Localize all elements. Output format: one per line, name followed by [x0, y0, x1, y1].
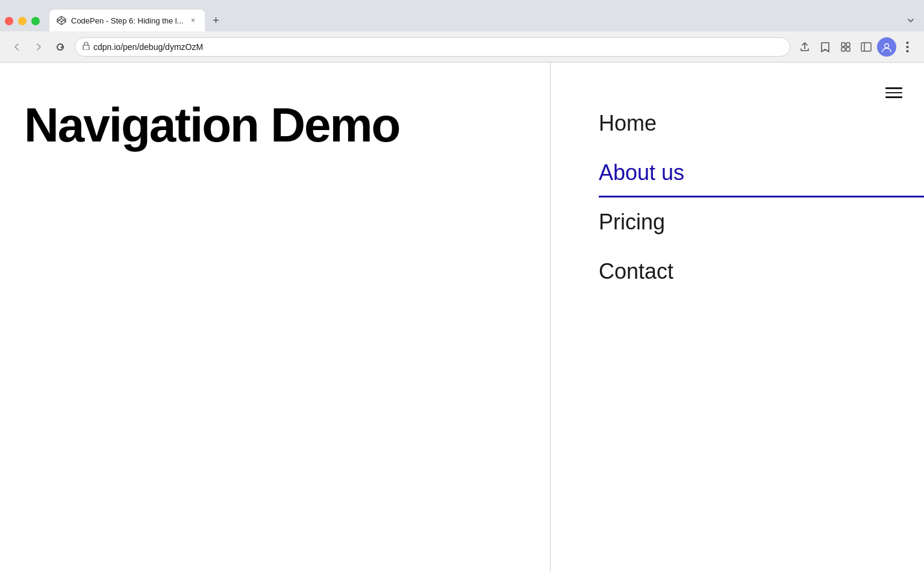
page-title: Navigation Demo	[24, 99, 399, 152]
tab-bar-right	[224, 12, 924, 31]
profile-button[interactable]	[877, 37, 896, 57]
svg-point-16	[906, 42, 908, 44]
svg-point-18	[906, 50, 908, 52]
close-window-button[interactable]	[5, 17, 13, 25]
hamburger-line-1	[885, 87, 902, 89]
traffic-lights	[5, 17, 49, 31]
extensions-button[interactable]	[836, 37, 855, 57]
hamburger-line-2	[885, 92, 902, 94]
address-input[interactable]: cdpn.io/pen/debug/dymzOzM	[75, 37, 790, 57]
hamburger-line-3	[885, 96, 902, 98]
reload-button[interactable]	[51, 37, 70, 57]
address-bar-actions	[795, 37, 917, 57]
new-tab-button[interactable]: +	[207, 12, 224, 29]
more-options-button[interactable]	[897, 37, 917, 57]
security-lock-icon	[83, 42, 90, 52]
page-left: Navigation Demo	[0, 63, 551, 572]
nav-item-about[interactable]: About us	[599, 148, 924, 197]
fullscreen-window-button[interactable]	[31, 17, 40, 25]
tab-favicon	[57, 16, 66, 25]
page-right: HomeAbout usPricingContact	[551, 63, 924, 572]
tab-list-dropdown-button[interactable]	[902, 12, 919, 29]
sidebar-button[interactable]	[857, 37, 876, 57]
back-button[interactable]	[7, 37, 27, 57]
nav-item-home[interactable]: Home	[599, 99, 924, 148]
active-tab[interactable]: CodePen - Step 6: Hiding the l... ×	[49, 10, 205, 31]
svg-rect-12	[846, 48, 850, 51]
tab-bar: CodePen - Step 6: Hiding the l... × +	[0, 0, 924, 31]
forward-button[interactable]	[29, 37, 48, 57]
svg-rect-8	[83, 45, 89, 50]
nav-item-pricing[interactable]: Pricing	[599, 197, 924, 247]
nav-item-contact[interactable]: Contact	[599, 247, 924, 296]
address-bar: cdpn.io/pen/debug/dymzOzM	[0, 31, 924, 63]
hamburger-menu-button[interactable]	[883, 82, 905, 104]
nav-menu: HomeAbout usPricingContact	[599, 99, 924, 296]
share-button[interactable]	[795, 37, 814, 57]
svg-point-17	[906, 46, 908, 48]
svg-rect-13	[861, 43, 871, 51]
content-area: Navigation Demo HomeAbout usPricingConta…	[0, 63, 924, 572]
svg-rect-9	[841, 43, 845, 46]
tab-title: CodePen - Step 6: Hiding the l...	[71, 16, 183, 25]
svg-rect-11	[841, 48, 845, 51]
bookmark-button[interactable]	[816, 37, 835, 57]
svg-point-15	[885, 43, 889, 48]
svg-marker-1	[59, 19, 64, 22]
tab-close-button[interactable]: ×	[188, 16, 198, 25]
svg-rect-10	[846, 43, 850, 46]
browser-frame: CodePen - Step 6: Hiding the l... × +	[0, 0, 924, 572]
url-text: cdpn.io/pen/debug/dymzOzM	[93, 42, 782, 52]
minimize-window-button[interactable]	[18, 17, 27, 25]
